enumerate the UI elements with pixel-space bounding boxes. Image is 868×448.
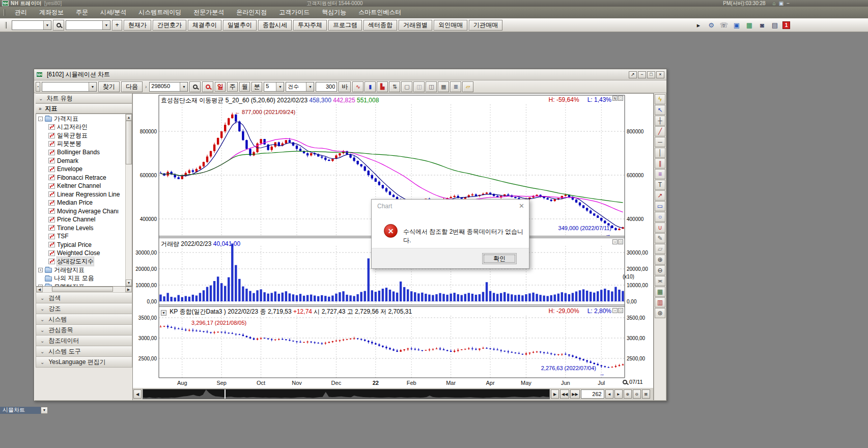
printer-icon[interactable]: ▤ (770, 20, 780, 30)
magnet-icon[interactable]: ∪ (655, 222, 665, 233)
quick-button-투자주체[interactable]: 투자주체 (293, 20, 327, 31)
chevron-down-icon[interactable]: ▼ (41, 407, 48, 414)
horizontal-line-icon[interactable]: ─ (655, 137, 665, 147)
pencil-icon[interactable]: ✎ (655, 233, 665, 243)
period-week-button[interactable]: 주 (227, 82, 238, 92)
period-day-button[interactable]: 일 (215, 82, 226, 92)
close-nav-button[interactable]: ⊠ (642, 389, 650, 399)
sidebar-accordion-관심종목[interactable]: ⌄관심종목 (36, 325, 132, 335)
quick-button-거래원별[interactable]: 거래원별 (399, 20, 432, 31)
nav-forward-button[interactable]: ▶ (551, 389, 559, 399)
quick-button-외인매매[interactable]: 외인매매 (434, 20, 467, 31)
link-chart-icon[interactable]: ◫ (426, 81, 437, 92)
add-button[interactable]: + (112, 20, 122, 31)
chevron-down-icon[interactable]: ▼ (306, 82, 314, 91)
nav-back-button[interactable]: ◀ (133, 389, 142, 399)
tree-item-Envelope[interactable]: Envelope (36, 165, 125, 174)
next-button[interactable]: 다음 (121, 81, 143, 92)
sidebar-accordion-시스템 도구[interactable]: ⌄시스템 도구 (36, 346, 132, 357)
zoom-in-icon[interactable]: ⊕ (655, 255, 665, 265)
tree-item-거래량지표[interactable]: +거래량지표 (36, 266, 125, 274)
candle-chart-icon[interactable]: ▮ (365, 81, 376, 92)
scroll-thumb[interactable] (126, 121, 132, 164)
tree-item-나의 지표 모음[interactable]: 나의 지표 모음 (36, 274, 125, 283)
new-chart-icon[interactable]: ▢ (401, 81, 412, 92)
quick-button-일별추이[interactable]: 일별추이 (223, 20, 257, 31)
close-button[interactable]: × (656, 71, 664, 78)
nav-first-button[interactable]: ◀◀ (560, 389, 569, 399)
tree-expander-icon[interactable]: + (38, 268, 43, 272)
tree-item-상대강도지수[interactable]: 상대강도지수 (36, 258, 125, 266)
expand-arrow-icon[interactable]: ▸ (693, 20, 704, 30)
zoom-axis-icon[interactable] (623, 380, 627, 384)
quick-button-간편호가[interactable]: 간편호가 (153, 20, 186, 31)
period-month-button[interactable]: 월 (239, 82, 250, 92)
tree-item-Typical Price[interactable]: Typical Price (36, 241, 125, 249)
tree-item-Median Price[interactable]: Median Price (36, 199, 125, 207)
zoom-in-button[interactable]: ⊕ (624, 389, 632, 399)
tree-hscrollbar[interactable]: ◀ ▶ (36, 287, 132, 293)
tree-expander-icon[interactable]: - (38, 117, 43, 121)
menu-item-관리[interactable]: 관리 (9, 8, 33, 17)
menu-item-시세/분석[interactable]: 시세/분석 (94, 8, 132, 17)
sidebar-section-지표[interactable]: »지표 (36, 103, 132, 114)
tree-item-시고저라인[interactable]: 시고저라인 (36, 123, 125, 132)
toolbar-grip[interactable] (5, 22, 7, 29)
tree-expander-icon[interactable]: + (38, 285, 43, 287)
tree-item-Keltner Channel[interactable]: Keltner Channel (36, 182, 125, 190)
tree-item-가격지표[interactable]: -가격지표 (36, 115, 125, 123)
tree-item-피봇분봉[interactable]: 피봇분봉 (36, 140, 125, 149)
text-tool-icon[interactable]: T (655, 180, 665, 190)
memo-phone-icon[interactable]: ☏ (719, 20, 729, 30)
chevron-down-icon[interactable]: ▼ (43, 21, 51, 30)
minimized-window-label[interactable]: 시뮬차트 (0, 407, 41, 414)
sidebar-accordion-YesLanguage 편집기[interactable]: ⌄YesLanguage 편집기 (36, 357, 132, 368)
symbol-code-combo[interactable]: 298050▼ (149, 82, 188, 92)
step-forward-button[interactable]: ► (614, 389, 623, 399)
open-folder-icon[interactable]: ▱ (462, 81, 473, 92)
period-minute-button[interactable]: 분 (251, 82, 262, 92)
grid-icon[interactable]: ▦ (655, 287, 665, 297)
tree-item-Linear Regression Line[interactable]: Linear Regression Line (36, 190, 125, 199)
menu-item-핵심기능[interactable]: 핵심기능 (316, 8, 352, 17)
symbol-search-button[interactable] (189, 81, 201, 92)
trendline-icon[interactable]: ╱ (655, 126, 665, 136)
capture-icon[interactable]: ◙ (757, 20, 767, 30)
count-combo[interactable]: 건수▼ (286, 82, 314, 92)
symbol-combo[interactable]: ▼ (66, 20, 110, 30)
nav-position-marker[interactable] (225, 389, 226, 399)
search-button[interactable] (53, 20, 64, 31)
scroll-left-icon[interactable]: ◀ (36, 287, 43, 292)
undock-button[interactable]: ↗ (629, 71, 637, 78)
tool-settings-icon[interactable]: ⊛ (655, 308, 665, 318)
menu-item-주문[interactable]: 주문 (70, 8, 94, 17)
chevron-down-icon[interactable]: ▼ (102, 21, 110, 30)
nav-last-button[interactable]: ▶▶ (570, 389, 579, 399)
quick-button-현재가[interactable]: 현재가 (124, 20, 151, 31)
save-icon[interactable]: ≣ (450, 81, 461, 92)
minimized-window-item[interactable]: 시뮬차트 ▼ (0, 407, 48, 414)
chevron-down-icon[interactable]: ▼ (89, 82, 96, 91)
nav-minimap[interactable] (143, 389, 550, 399)
monitor-icon[interactable]: ▣ (779, 1, 783, 6)
arrow-marker-icon[interactable]: ↗ (655, 190, 665, 201)
eraser-icon[interactable]: ▱ (655, 244, 665, 254)
indicator-search-combo[interactable]: ▼ (42, 82, 97, 92)
favorite-search-button[interactable] (202, 81, 213, 92)
sidebar-accordion-검색[interactable]: ⌄검색 (36, 293, 132, 303)
rectangle-tool-icon[interactable]: ▭ (655, 201, 665, 211)
scroll-up-icon[interactable]: ▲ (126, 114, 132, 121)
vertical-line-icon[interactable]: │ (655, 148, 665, 158)
tree-item-Bollinger Bands[interactable]: Bollinger Bands (36, 148, 125, 157)
hscroll-thumb[interactable] (52, 287, 113, 292)
chevron-down-icon[interactable]: ▼ (180, 82, 187, 91)
yeslanguage-icon[interactable]: ϟ (655, 94, 665, 104)
bar-position-input[interactable] (581, 389, 604, 399)
menu-item-고객가이드[interactable]: 고객가이드 (273, 8, 316, 17)
tree-item-Weighted Close[interactable]: Weighted Close (36, 249, 125, 258)
bar-chart-icon[interactable]: ▙ (377, 81, 388, 92)
menu-item-스마트인베스터[interactable]: 스마트인베스터 (352, 8, 407, 17)
tree-item-Price Channel[interactable]: Price Channel (36, 215, 125, 224)
tree-expander-icon[interactable] (38, 276, 43, 281)
step-back-button[interactable]: ◄ (605, 389, 613, 399)
